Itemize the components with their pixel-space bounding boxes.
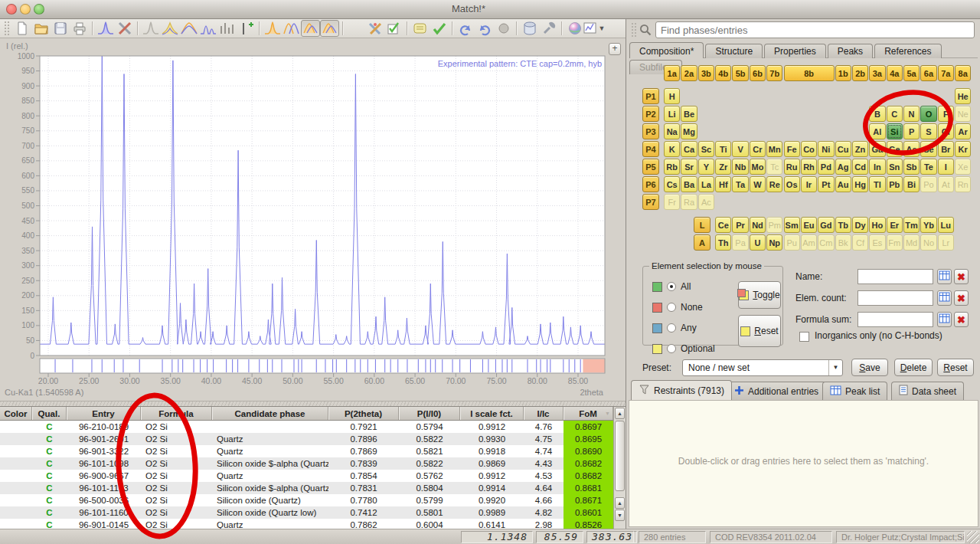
period-button-p6[interactable]: P6 xyxy=(642,176,659,192)
minimize-window-icon[interactable] xyxy=(20,4,31,15)
zoom-window-icon[interactable] xyxy=(34,4,44,15)
element-ga[interactable]: Ga xyxy=(869,141,885,157)
element-tb[interactable]: Tb xyxy=(835,217,851,233)
save-file-button[interactable] xyxy=(51,20,70,37)
element-ne[interactable]: Ne xyxy=(955,106,971,122)
new-file-button[interactable] xyxy=(12,20,31,37)
group-button-6a[interactable]: 6a xyxy=(920,65,936,81)
element-rh[interactable]: Rh xyxy=(801,159,817,175)
selection-option-any[interactable]: Any xyxy=(652,323,697,333)
elem-count-input[interactable] xyxy=(858,290,933,306)
element-nb[interactable]: Nb xyxy=(732,159,748,175)
element-sb[interactable]: Sb xyxy=(903,159,920,175)
candidate-list-header[interactable]: ColorQual.EntryFormulaCandidate phaseP(2… xyxy=(0,407,626,421)
period-button-p4[interactable]: P4 xyxy=(642,141,659,157)
element-pt[interactable]: Pt xyxy=(818,176,834,192)
period-button-p5[interactable]: P5 xyxy=(642,159,659,175)
element-al[interactable]: Al xyxy=(869,123,885,139)
element-be[interactable]: Be xyxy=(681,106,697,122)
element-sm[interactable]: Sm xyxy=(784,217,800,233)
options-button[interactable] xyxy=(565,20,584,37)
group-button-6b[interactable]: 6b xyxy=(750,65,766,81)
element-lu[interactable]: Lu xyxy=(938,217,954,233)
preset-save-button[interactable]: Save xyxy=(851,359,888,376)
tab-properties[interactable]: Properties xyxy=(764,44,826,58)
period-button-p2[interactable]: P2 xyxy=(642,106,659,122)
group-button-1b[interactable]: 1b xyxy=(835,65,851,81)
element-th[interactable]: Th xyxy=(715,234,731,251)
add-peak-button[interactable] xyxy=(237,20,256,37)
column-header-formula[interactable]: Formula xyxy=(141,407,212,420)
scrollbar-thumb[interactable] xyxy=(615,421,625,491)
element-nd[interactable]: Nd xyxy=(750,217,766,233)
element-pu[interactable]: Pu xyxy=(784,234,800,251)
element-fe[interactable]: Fe xyxy=(784,141,800,157)
print-button[interactable] xyxy=(70,20,89,37)
all-radio[interactable] xyxy=(667,282,676,291)
element-tm[interactable]: Tm xyxy=(903,217,920,233)
formula-sum-input[interactable] xyxy=(858,312,933,327)
profile-fitting-button[interactable] xyxy=(263,20,282,37)
element-b[interactable]: B xyxy=(869,106,885,122)
element-yb[interactable]: Yb xyxy=(920,217,936,233)
group-button-3b[interactable]: 3b xyxy=(698,65,714,81)
reference-database-button[interactable] xyxy=(520,20,539,37)
element-mo[interactable]: Mo xyxy=(750,159,766,175)
element-s[interactable]: S xyxy=(920,123,936,139)
fit-all-peaks-button[interactable] xyxy=(282,20,301,37)
toggle-button[interactable]: Toggle xyxy=(738,281,781,309)
group-button-5a[interactable]: 5a xyxy=(903,65,920,81)
name-input[interactable] xyxy=(858,269,933,284)
group-button-4a[interactable]: 4a xyxy=(887,65,903,81)
table-row[interactable]: C96-901-2601O2 SiQuartz0.78960.58220.993… xyxy=(0,433,626,445)
element-se[interactable]: Se xyxy=(920,141,936,157)
none-radio[interactable] xyxy=(667,303,676,312)
element-tl[interactable]: Tl xyxy=(869,176,885,192)
element-bk[interactable]: Bk xyxy=(835,234,851,251)
element-mn[interactable]: Mn xyxy=(766,141,782,157)
toolbar-drag-handle[interactable] xyxy=(631,22,637,38)
element-ta[interactable]: Ta xyxy=(732,176,748,192)
column-header-fom[interactable]: FoM▼ xyxy=(564,407,613,420)
element-sc[interactable]: Sc xyxy=(698,141,714,157)
subtab-data-sheet[interactable]: Data sheet xyxy=(891,382,964,400)
selection-option-optional[interactable]: Optional xyxy=(652,343,715,354)
element-fr[interactable]: Fr xyxy=(664,194,680,210)
element-y[interactable]: Y xyxy=(698,159,714,175)
element-pm[interactable]: Pm xyxy=(766,217,782,233)
element-hg[interactable]: Hg xyxy=(852,176,868,192)
element-ti[interactable]: Ti xyxy=(715,141,731,157)
element-ce[interactable]: Ce xyxy=(715,217,731,233)
search-input[interactable] xyxy=(655,21,975,38)
element-ir[interactable]: Ir xyxy=(801,176,817,192)
element-n[interactable]: N xyxy=(903,106,920,122)
element-i[interactable]: I xyxy=(938,159,954,175)
pattern-b-toggle-button[interactable] xyxy=(320,20,339,37)
element-cr[interactable]: Cr xyxy=(750,141,766,157)
scroll-down-button[interactable]: ▼ xyxy=(615,510,625,521)
element-zr[interactable]: Zr xyxy=(715,159,731,175)
element-am[interactable]: Am xyxy=(801,234,817,251)
subtab-peak-list[interactable]: Peak list xyxy=(822,382,887,400)
period-button-l[interactable]: L xyxy=(694,217,710,233)
element-re[interactable]: Re xyxy=(766,176,782,192)
tab-composition[interactable]: Composition* xyxy=(629,42,704,58)
element-ar[interactable]: Ar xyxy=(955,123,971,139)
element-ra[interactable]: Ra xyxy=(681,194,697,210)
tab-peaks[interactable]: Peaks xyxy=(828,44,873,58)
element-li[interactable]: Li xyxy=(664,106,680,122)
tab-structure[interactable]: Structure xyxy=(705,44,763,58)
table-row[interactable]: C96-101-1160O2 SiSilicon oxide (Quartz l… xyxy=(0,506,626,519)
element-no[interactable]: No xyxy=(920,234,936,251)
column-header-i-scale-fct-[interactable]: I scale fct. xyxy=(460,407,524,420)
element-p[interactable]: P xyxy=(903,123,920,139)
element-md[interactable]: Md xyxy=(903,234,920,251)
name-lookup-button[interactable] xyxy=(937,269,952,284)
pattern-layout-menu-button[interactable]: ▼ xyxy=(584,20,603,37)
element-er[interactable]: Er xyxy=(887,217,903,233)
column-header-p-i-i0-[interactable]: P(I/I0) xyxy=(399,407,460,420)
element-o[interactable]: O xyxy=(920,106,936,122)
element-v[interactable]: V xyxy=(732,141,748,157)
group-button-8a[interactable]: 8a xyxy=(955,65,971,81)
element-cf[interactable]: Cf xyxy=(852,234,868,251)
